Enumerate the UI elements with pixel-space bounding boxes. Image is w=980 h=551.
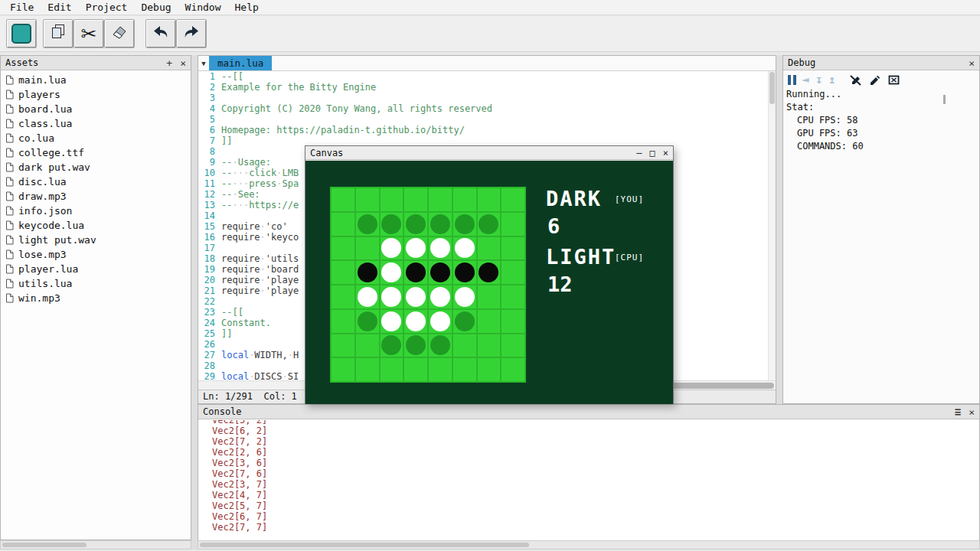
board-cell[interactable]	[404, 261, 427, 284]
board-cell[interactable]	[453, 188, 476, 211]
board-cell[interactable]	[404, 358, 427, 381]
asset-item[interactable]: lose.mp3	[1, 247, 191, 262]
asset-item[interactable]: player.lua	[1, 262, 191, 276]
board-cell[interactable]	[501, 237, 524, 260]
console-content[interactable]: Vec2[5, 2]Vec2[6, 2]Vec2[7, 2]Vec2[2, 6]…	[198, 420, 979, 540]
board-cell[interactable]	[429, 334, 452, 357]
close-button[interactable]: ×	[663, 148, 668, 158]
splitter-left[interactable]	[191, 55, 198, 549]
board-cell[interactable]	[501, 261, 524, 284]
code-line[interactable]: 1--[[	[198, 71, 768, 82]
tab-main-lua[interactable]: main.lua	[209, 56, 272, 70]
asset-item[interactable]: main.lua	[1, 73, 191, 87]
add-asset-button[interactable]: +	[166, 58, 172, 68]
board-cell[interactable]	[381, 188, 403, 211]
board-cell[interactable]	[381, 237, 403, 260]
console-menu-icon[interactable]: ≡	[955, 407, 961, 417]
asset-item[interactable]: class.lua	[1, 116, 191, 131]
board-cell[interactable]	[429, 285, 452, 308]
board-cell[interactable]	[478, 188, 501, 211]
assets-horizontal-scrollbar[interactable]	[0, 540, 191, 549]
code-line[interactable]: 2Example for the Bitty Engine	[198, 82, 768, 93]
board-cell[interactable]	[356, 188, 379, 211]
board-cell[interactable]	[332, 261, 354, 284]
asset-item[interactable]: light put.wav	[1, 233, 191, 247]
asset-item[interactable]: draw.mp3	[1, 189, 191, 204]
code-line[interactable]: 4Copyright (C) 2020 Tony Wang, all right…	[198, 103, 768, 114]
board-cell[interactable]	[381, 358, 403, 381]
canvas-window-titlebar[interactable]: Canvas – □ ×	[305, 146, 673, 160]
splitter-right[interactable]	[776, 55, 782, 404]
asset-item[interactable]: win.mp3	[1, 291, 191, 305]
tab-list-dropdown[interactable]: ▼	[198, 56, 209, 71]
menu-item-file[interactable]: File	[3, 0, 41, 15]
board-cell[interactable]	[478, 358, 501, 381]
edit-breakpoints-icon[interactable]	[868, 73, 881, 86]
asset-item[interactable]: co.lua	[1, 131, 191, 145]
board-cell[interactable]	[404, 334, 427, 357]
board-cell[interactable]	[478, 334, 501, 357]
step-out-icon[interactable]: ↥	[828, 73, 835, 86]
assets-close-button[interactable]: ×	[180, 58, 186, 68]
console-horizontal-scrollbar[interactable]	[198, 540, 980, 549]
code-line[interactable]: 7]]	[198, 135, 768, 146]
clear-breakpoints-icon[interactable]	[887, 73, 900, 86]
board-cell[interactable]	[404, 237, 427, 260]
menu-item-help[interactable]: Help	[228, 0, 266, 15]
horizontal-scrollbar-thumb[interactable]	[200, 543, 529, 547]
pause-button[interactable]	[788, 75, 796, 85]
copy-button[interactable]	[43, 19, 74, 48]
board-cell[interactable]	[501, 310, 524, 333]
asset-item[interactable]: keycode.lua	[1, 218, 191, 233]
board-cell[interactable]	[429, 237, 452, 260]
board-cell[interactable]	[429, 213, 452, 236]
board-cell[interactable]	[478, 285, 501, 308]
board-cell[interactable]	[332, 334, 354, 357]
board-cell[interactable]	[453, 213, 476, 236]
board-cell[interactable]	[356, 285, 379, 308]
board-cell[interactable]	[332, 358, 354, 381]
board-cell[interactable]	[478, 237, 501, 260]
editor-vertical-scrollbar[interactable]	[768, 71, 776, 380]
code-line[interactable]: 5	[198, 114, 768, 125]
board-cell[interactable]	[453, 285, 476, 308]
vertical-scrollbar-thumb[interactable]	[769, 72, 775, 104]
asset-item[interactable]: college.ttf	[1, 145, 191, 160]
board-cell[interactable]	[381, 213, 403, 236]
debug-scrollbar-thumb[interactable]	[943, 95, 946, 104]
board-cell[interactable]	[453, 334, 476, 357]
board-cell[interactable]	[381, 310, 403, 333]
minimize-button[interactable]: –	[636, 148, 642, 158]
board-cell[interactable]	[453, 261, 476, 284]
code-line[interactable]: 6Homepage: https://paladin-t.github.io/b…	[198, 125, 768, 135]
board-cell[interactable]	[332, 285, 354, 308]
board-cell[interactable]	[478, 213, 501, 236]
board-cell[interactable]	[478, 310, 501, 333]
debug-close-button[interactable]: ×	[969, 58, 975, 68]
board-cell[interactable]	[381, 334, 403, 357]
horizontal-scrollbar-thumb[interactable]	[2, 543, 87, 547]
board-cell[interactable]	[381, 261, 403, 284]
cut-button[interactable]: ✂	[74, 19, 104, 48]
menu-item-debug[interactable]: Debug	[134, 0, 178, 15]
asset-item[interactable]: dark put.wav	[1, 160, 191, 174]
board-cell[interactable]	[404, 213, 427, 236]
board-cell[interactable]	[429, 188, 452, 211]
board-cell[interactable]	[381, 285, 403, 308]
board-cell[interactable]	[501, 285, 524, 308]
board-cell[interactable]	[453, 237, 476, 260]
step-into-icon[interactable]: ↧	[815, 73, 822, 86]
board-cell[interactable]	[356, 261, 379, 284]
board-cell[interactable]	[453, 358, 476, 381]
asset-item[interactable]: info.json	[1, 204, 191, 218]
asset-item[interactable]: utils.lua	[1, 276, 191, 291]
board-cell[interactable]	[332, 237, 354, 260]
board-cell[interactable]	[453, 310, 476, 333]
board-cell[interactable]	[501, 334, 524, 357]
board-cell[interactable]	[501, 358, 524, 381]
board-cell[interactable]	[429, 261, 452, 284]
board-cell[interactable]	[332, 310, 354, 333]
redo-button[interactable]	[176, 19, 207, 48]
asset-item[interactable]: disc.lua	[1, 174, 191, 189]
board-cell[interactable]	[356, 358, 379, 381]
